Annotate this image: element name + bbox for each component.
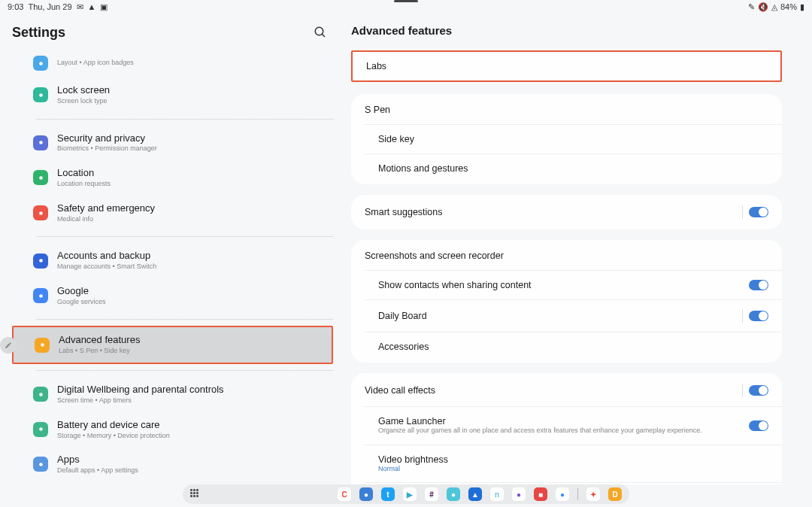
dock-app-browser[interactable]: ● (359, 487, 373, 501)
sidebar-item-lock-screen[interactable]: Lock screen Screen lock type (12, 77, 333, 113)
sidebar-item-partial[interactable]: Layout • App icon badges (12, 56, 333, 77)
sidebar-item-title: Security and privacy (57, 132, 323, 145)
toggle-switch[interactable] (749, 207, 768, 217)
dock-app-play[interactable]: ▶ (403, 487, 417, 501)
dock-app-app1[interactable]: ● (447, 487, 460, 501)
svg-point-7 (39, 259, 43, 263)
sidebar-item-title: Accounts and backup (57, 250, 323, 263)
row-sub: Normal (378, 465, 768, 474)
sidebar-icon (35, 338, 50, 353)
sidebar-item-title: Apps (57, 454, 323, 466)
detail-title: Advanced features (351, 14, 782, 49)
setting-row-screenshots-and-screen-recorder[interactable]: Screenshots and screen recorder (351, 241, 782, 270)
dock-app-photos[interactable]: ✦ (586, 487, 600, 501)
setting-row-daily-board[interactable]: Daily Board (365, 299, 782, 332)
svg-point-2 (39, 62, 43, 65)
sidebar-item-sub: Biometrics • Permission manager (57, 144, 323, 153)
image-icon: ▣ (100, 2, 108, 12)
sidebar-item-sub: Default apps • App settings (57, 466, 323, 475)
sidebar-item-title: Safety and emergency (57, 202, 323, 215)
dock-app-zoom[interactable]: ● (556, 487, 569, 501)
settings-card: Smart suggestions (351, 195, 782, 229)
sidebar-icon (33, 387, 48, 402)
pencil-icon (5, 342, 12, 349)
sidebar-item-google[interactable]: Google Google services (12, 278, 333, 314)
sidebar-item-title: Lock screen (57, 84, 323, 97)
svg-point-3 (39, 93, 43, 97)
sidebar-item-accounts-and-backup[interactable]: Accounts and backup Manage accounts • Sm… (12, 243, 333, 278)
sidebar-icon (33, 135, 48, 150)
sidebar-icon (33, 422, 48, 437)
sidebar-item-title: Google (57, 285, 323, 298)
dock-app-app4[interactable]: ● (512, 487, 526, 501)
toggle-divider (742, 309, 743, 323)
warning-icon: ▲ (88, 2, 96, 11)
setting-row-side-key[interactable]: Side key (365, 124, 782, 153)
mute-icon: 🔇 (758, 2, 768, 12)
sidebar-item-digital-wellbeing-and-parental-controls[interactable]: Digital Wellbeing and parental controls … (12, 377, 333, 412)
dock-app-app3[interactable]: n (490, 487, 504, 501)
svg-point-12 (39, 463, 43, 466)
dock-app-dex[interactable]: D (608, 487, 622, 501)
row-title: Game Launcher (378, 416, 749, 427)
sidebar-item-title: Advanced features (59, 334, 321, 347)
toggle-divider (742, 205, 743, 219)
setting-row-smart-suggestions[interactable]: Smart suggestions (351, 196, 782, 228)
app-drawer-icon[interactable] (190, 489, 201, 499)
svg-point-0 (315, 27, 323, 35)
sidebar-icon (33, 87, 48, 102)
dock-app-slack[interactable]: # (425, 487, 438, 501)
mail-icon: ✉ (77, 2, 83, 12)
row-title: Smart suggestions (365, 207, 742, 217)
setting-row-video-call-effects[interactable]: Video call effects (351, 375, 782, 406)
toggle-switch[interactable] (749, 311, 768, 321)
sidebar-divider (36, 236, 333, 237)
sidebar-item-safety-and-emergency[interactable]: Safety and emergency Medical info (12, 196, 333, 231)
sidebar-item-security-and-privacy[interactable]: Security and privacy Biometrics • Permis… (12, 126, 333, 161)
row-title: Labs (366, 61, 767, 71)
row-title: Accessories (378, 342, 768, 352)
sidebar-icon (33, 288, 48, 303)
sidebar-item-sub: Google services (57, 298, 323, 307)
setting-row-game-launcher[interactable]: Game LauncherOrganize all your games all… (365, 406, 782, 445)
detail-panel: Advanced features Labs S Pen Side key Mo… (342, 14, 812, 484)
wifi-icon: ◬ (771, 2, 777, 12)
search-button[interactable] (311, 23, 330, 42)
dock-app-app2[interactable]: ▲ (468, 487, 482, 501)
battery-icon: ▮ (800, 2, 804, 12)
row-title: Side key (378, 134, 768, 144)
sidebar-item-battery-and-device-care[interactable]: Battery and device care Storage • Memory… (12, 412, 333, 448)
sidebar-item-title: Battery and device care (57, 419, 323, 432)
setting-row-motions-and-gestures[interactable]: Motions and gestures (365, 153, 782, 183)
status-date: Thu, Jun 29 (28, 2, 71, 11)
dock-app-chrome[interactable]: C (338, 487, 351, 501)
setting-row-s-pen[interactable]: S Pen (351, 96, 782, 124)
dock-app-app5[interactable]: ■ (534, 487, 547, 501)
setting-row-video-brightness[interactable]: Video brightnessNormal (365, 445, 782, 483)
settings-title: Settings (12, 25, 65, 41)
dock: C●t▶#●▲n●■●✦D (183, 484, 629, 504)
row-title: Motions and gestures (378, 163, 768, 174)
sidebar-icon (33, 254, 48, 269)
sidebar-item-sub: Screen lock type (57, 97, 323, 106)
settings-card: Video call effects Game LauncherOrganize… (351, 373, 782, 484)
edit-fab[interactable] (0, 337, 17, 354)
setting-row-labs[interactable]: Labs (351, 50, 782, 82)
svg-point-8 (39, 294, 43, 298)
sidebar-divider (36, 370, 333, 371)
sidebar-item-advanced-features[interactable]: Advanced features Labs • S Pen • Side ke… (12, 326, 333, 364)
svg-point-4 (39, 141, 43, 145)
setting-row-show-contacts-when-sharing-content[interactable]: Show contacts when sharing content (365, 270, 782, 299)
row-sub: Organize all your games all in one place… (378, 427, 749, 436)
sidebar-item-apps[interactable]: Apps Default apps • App settings (12, 447, 333, 482)
dock-app-twitter[interactable]: t (381, 487, 395, 501)
toggle-switch[interactable] (749, 280, 768, 290)
toggle-switch[interactable] (749, 385, 768, 396)
svg-point-9 (41, 343, 44, 347)
setting-row-accessories[interactable]: Accessories (365, 332, 782, 361)
toggle-switch[interactable] (749, 420, 768, 431)
toggle-divider (742, 384, 743, 397)
svg-line-1 (322, 34, 325, 37)
settings-card: S Pen Side key Motions and gestures (351, 94, 782, 184)
sidebar-item-location[interactable]: Location Location requests (12, 160, 333, 196)
